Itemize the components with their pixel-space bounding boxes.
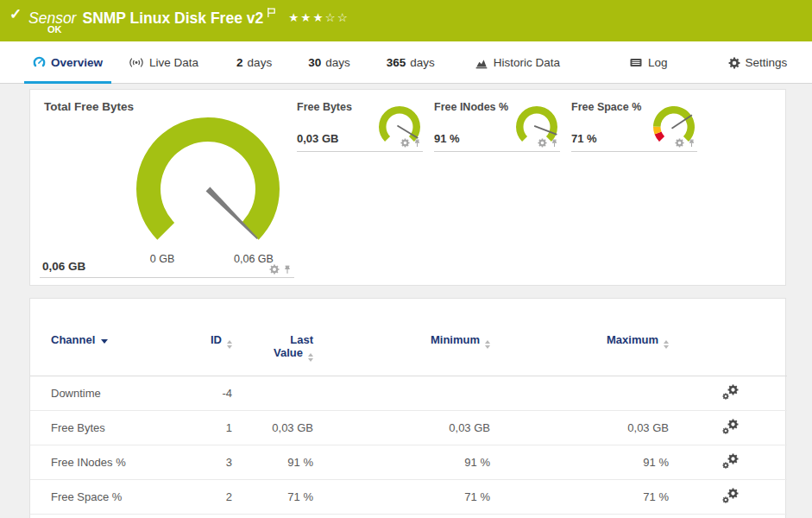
- gauge-settings-gear-icon[interactable]: [269, 264, 280, 275]
- cell-channel: Downtime: [30, 376, 189, 411]
- column-header-id[interactable]: ID: [189, 299, 232, 376]
- table-row-free-bytes: Free Bytes 1 0,03 GB 0,03 GB 0,03 GB: [30, 411, 787, 445]
- gauge-scale-max: 0,06 GB: [228, 253, 280, 265]
- channel-settings-icon[interactable]: [722, 419, 739, 434]
- gauge-pin-icon[interactable]: [283, 265, 292, 275]
- sort-arrows-icon: [308, 353, 313, 362]
- tab-30-days[interactable]: 30 days: [299, 41, 359, 84]
- cell-last-value: [232, 376, 313, 411]
- cell-channel: Free Bytes: [30, 411, 189, 445]
- tab-label: days: [410, 56, 435, 69]
- cell-minimum: 0,03 GB: [313, 411, 490, 445]
- tab-number: 30: [308, 56, 321, 69]
- cell-id: 1: [189, 411, 232, 445]
- table-row-free-inodes: Free INodes % 3 91 % 91 % 91 %: [30, 445, 787, 480]
- page-title: SNMP Linux Disk Free v2: [82, 9, 263, 27]
- mini-gauge-title: Free Space %: [571, 101, 641, 113]
- gauge-settings-gear-icon[interactable]: [675, 138, 684, 148]
- sensor-titleline: SensorSNMP Linux Disk Free v2★★★☆☆: [28, 4, 349, 28]
- tab-settings[interactable]: Settings: [720, 41, 796, 84]
- cell-last-value: 0,03 GB: [232, 411, 313, 445]
- main-gauge-value: 0,06 GB: [42, 260, 85, 273]
- column-header-last-value[interactable]: Last Value: [232, 299, 313, 376]
- mini-gauge-title: Free Bytes: [297, 101, 352, 113]
- cell-last-value: 71 %: [232, 480, 313, 515]
- cell-maximum: 0,06 GB: [490, 515, 669, 518]
- cell-maximum: 91 %: [490, 445, 669, 480]
- gauge-pin-icon[interactable]: [688, 139, 696, 148]
- cell-last-value: 91 %: [232, 445, 313, 480]
- column-label: Maximum: [607, 333, 658, 346]
- chart-icon: [475, 57, 488, 69]
- divider: [40, 277, 294, 278]
- sort-arrows-icon: [227, 340, 232, 349]
- mini-gauge-value: 71 %: [571, 132, 597, 145]
- gauge-widget-free-space: Free Space % 71 %: [571, 98, 697, 152]
- channels-table: Channel ID Last Value Minimum Maximum D: [30, 299, 787, 518]
- tab-label: days: [248, 56, 273, 69]
- mini-gauges-row: Free Bytes 0,03 GB Free INodes % 91 % Fr…: [297, 98, 697, 152]
- gauge-pin-icon[interactable]: [413, 139, 421, 148]
- tab-label: Overview: [51, 56, 103, 69]
- gauge-scale-min: 0 GB: [141, 253, 184, 265]
- cell-id: -4: [189, 376, 232, 411]
- log-icon: [629, 57, 643, 68]
- gauges-panel: Total Free Bytes 0 GB 0,06 GB 0,06 GB Fr…: [29, 89, 786, 286]
- flag-icon: [267, 4, 276, 22]
- sort-arrows-icon: [485, 340, 490, 349]
- cell-minimum: [313, 376, 490, 411]
- column-label: Minimum: [431, 333, 480, 346]
- main-gauge-title: Total Free Bytes: [44, 100, 134, 113]
- status-badge: OK: [47, 24, 62, 35]
- cell-maximum: 71 %: [490, 480, 669, 515]
- tab-label: Log: [648, 56, 668, 69]
- table-row-free-space: Free Space % 2 71 % 71 % 71 %: [30, 480, 787, 515]
- column-header-minimum[interactable]: Minimum: [313, 299, 490, 376]
- channel-settings-icon[interactable]: [722, 384, 739, 400]
- channel-settings-icon[interactable]: [722, 453, 739, 469]
- column-header-actions: [669, 299, 787, 376]
- live-icon: [129, 56, 144, 69]
- column-label: Last: [232, 333, 313, 346]
- gauge-pin-icon[interactable]: [551, 139, 558, 148]
- table-row-total-free-bytes: Total Free Bytes 0 0,06 GB 0,06 GB 0,06 …: [30, 515, 787, 518]
- table-row-downtime: Downtime -4: [30, 376, 787, 411]
- gauge-settings-gear-icon[interactable]: [400, 138, 410, 148]
- tab-live-data[interactable]: Live Data: [120, 41, 207, 84]
- cell-channel: Free INodes %: [30, 445, 189, 480]
- channels-table-panel: Channel ID Last Value Minimum Maximum D: [29, 298, 786, 518]
- priority-stars[interactable]: ★★★☆☆: [288, 11, 349, 24]
- gauge-widget-free-bytes: Free Bytes 0,03 GB: [297, 98, 423, 152]
- main-gauge: [134, 113, 282, 262]
- gauge-settings-gear-icon[interactable]: [538, 138, 547, 148]
- tab-log[interactable]: Log: [620, 41, 677, 84]
- cell-channel: Total Free Bytes: [30, 515, 189, 518]
- cell-last-value: 0,06 GB: [232, 515, 313, 518]
- cell-id: 0: [189, 515, 232, 518]
- gauge-widget-free-inodes: Free INodes % 91 %: [434, 98, 560, 152]
- tab-365-days[interactable]: 365 days: [378, 41, 444, 84]
- channel-settings-icon[interactable]: [722, 488, 739, 503]
- sort-arrows-icon: [664, 340, 669, 349]
- mini-gauge-value: 0,03 GB: [297, 132, 338, 145]
- cell-maximum: [490, 376, 669, 411]
- column-header-maximum[interactable]: Maximum: [490, 299, 669, 376]
- gear-icon: [728, 57, 740, 69]
- tab-label: Historic Data: [494, 56, 560, 69]
- sort-caret-icon: [101, 339, 108, 344]
- column-label: Value: [274, 346, 303, 359]
- sensor-header: ✓ SensorSNMP Linux Disk Free v2★★★☆☆ OK: [0, 0, 812, 41]
- tab-number: 365: [387, 56, 406, 69]
- tab-historic-data[interactable]: Historic Data: [466, 41, 569, 84]
- cell-minimum: 71 %: [313, 480, 490, 515]
- column-header-channel[interactable]: Channel: [30, 299, 189, 376]
- mini-gauge-value: 91 %: [434, 132, 460, 145]
- mini-gauge-title: Free INodes %: [434, 101, 508, 113]
- tab-overview[interactable]: Overview: [24, 41, 111, 84]
- tab-number: 2: [236, 56, 243, 69]
- cell-minimum: 0,06 GB: [313, 515, 490, 518]
- column-label: ID: [211, 333, 222, 346]
- gauge-icon: [33, 56, 46, 69]
- tab-2-days[interactable]: 2 days: [228, 41, 280, 84]
- cell-id: 2: [189, 480, 232, 515]
